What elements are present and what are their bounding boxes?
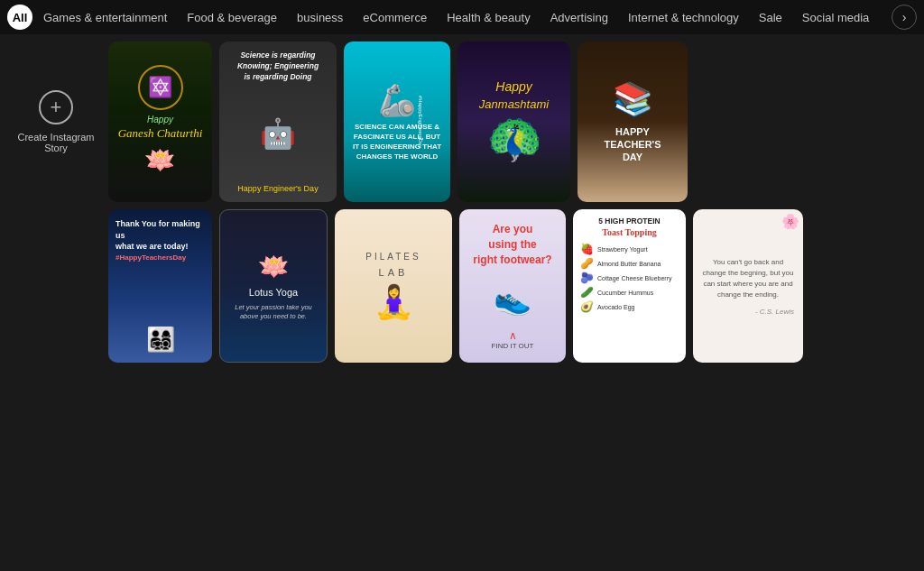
peacock-feather-icon: 🦚 xyxy=(486,113,542,165)
nav-item-advertising[interactable]: Advertising xyxy=(541,5,617,30)
quote-text: You can't go back and change the begning… xyxy=(702,257,794,300)
yoga-tagline: Let your passion take you above you need… xyxy=(231,303,316,321)
card-footwear[interactable]: Are you using the right footwear? 👟 ∧ FI… xyxy=(459,209,566,363)
food-items-list: 🍓 Strawberry Yogurt 🥜 Almond Butter Bana… xyxy=(580,243,679,313)
engineer-quote: Science is regarding Knowing; Engineerin… xyxy=(237,51,319,83)
flower-decoration-icon: 🌸 xyxy=(781,213,799,230)
row-2: Thank You for making us what we are toda… xyxy=(11,209,913,363)
footwear-arrow: ∧ xyxy=(509,329,517,342)
engineer-label: Happy Engineer's Day xyxy=(237,184,318,193)
yoga-name: Lotus Yoga xyxy=(249,287,298,298)
nav-item-ecommerce[interactable]: eCommerce xyxy=(354,5,436,30)
pilates-name: PILATES xyxy=(365,252,420,262)
create-plus-icon[interactable]: + xyxy=(39,90,73,124)
card-lotus-yoga[interactable]: 🪷 Lotus Yoga Let your passion take you a… xyxy=(219,209,328,363)
science-text: SCIENCE CAN AMUSE & FASCINATE US ALL, BU… xyxy=(351,122,443,162)
navbar: All Games & entertainment Food & beverag… xyxy=(0,0,924,34)
nav-item-sale[interactable]: Sale xyxy=(750,5,791,30)
cucumber-icon: 🥒 xyxy=(580,286,594,299)
lotus-icon: 🪷 xyxy=(258,252,290,281)
row-1: + Create Instagram Story 🔯 Happy Ganesh … xyxy=(11,41,913,202)
teacher-text: HAPPY TEACHER'S DAY xyxy=(604,125,661,164)
card-janmashtami[interactable]: Happy Janmashtami 🦚 xyxy=(457,41,570,202)
nav-item-health[interactable]: Health & beauty xyxy=(438,5,540,30)
strawberry-icon: 🍓 xyxy=(580,243,594,255)
food-row-4: 🥒 Cucumber Hummus xyxy=(580,286,679,299)
footwear-cta[interactable]: FIND IT OUT xyxy=(492,342,534,350)
food-name-2: Almond Butter Banana xyxy=(597,261,661,267)
blueberry-icon: 🫐 xyxy=(580,272,594,284)
food-row-3: 🫐 Cottage Cheese Blueberry xyxy=(580,272,679,284)
food-name-4: Cucumber Hummus xyxy=(597,290,653,296)
ganesh-title: Happy Ganesh Chaturthi xyxy=(118,114,203,142)
create-card[interactable]: + Create Instagram Story xyxy=(11,41,101,202)
people-icon: 👨‍👩‍👧‍👦 xyxy=(146,326,175,354)
science-hashtag: #HappyEngineersDay xyxy=(418,96,423,148)
nav-item-business[interactable]: business xyxy=(288,5,352,30)
card-protein-toast[interactable]: 5 HIGH PROTEIN Toast Topping 🍓 Strawberr… xyxy=(573,209,686,363)
main-content: + Create Instagram Story 🔯 Happy Ganesh … xyxy=(0,34,924,370)
nav-item-internet[interactable]: Internet & technology xyxy=(619,5,748,30)
nav-item-all[interactable]: All xyxy=(7,5,32,30)
food-name-1: Strawberry Yogurt xyxy=(597,246,648,253)
create-label: Create Instagram Story xyxy=(11,132,101,153)
food-row-5: 🥑 Avocado Egg xyxy=(580,300,679,313)
card-teacher-book[interactable]: 📚 HAPPY TEACHER'S DAY xyxy=(578,41,688,202)
robot-icon: 🤖 xyxy=(260,116,296,151)
nav-item-food[interactable]: Food & beverage xyxy=(178,5,286,30)
nav-next-arrow[interactable]: › xyxy=(892,5,917,30)
card-ganesh[interactable]: 🔯 Happy Ganesh Chaturthi 🪷 xyxy=(108,41,212,202)
nav-item-social[interactable]: Social media xyxy=(793,5,878,30)
book-icon: 📚 xyxy=(613,80,653,118)
food-name-3: Cottage Cheese Blueberry xyxy=(597,275,672,281)
avocado-icon: 🥑 xyxy=(580,300,594,313)
hashtag-label: #HappyTeachersDay xyxy=(116,253,205,262)
nav-item-games[interactable]: Games & entertainment xyxy=(34,5,176,30)
shoe-icon: 👟 xyxy=(494,281,531,317)
thank-teacher-text: Thank You for making us what we are toda… xyxy=(116,218,205,262)
food-name-5: Avocado Egg xyxy=(597,304,635,310)
card-thank-teacher[interactable]: Thank You for making us what we are toda… xyxy=(108,209,212,363)
almond-icon: 🥜 xyxy=(580,257,594,270)
card-quote[interactable]: 🌸 You can't go back and change the begni… xyxy=(693,209,803,363)
food-row-1: 🍓 Strawberry Yogurt xyxy=(580,243,679,255)
card-science[interactable]: 🦾 SCIENCE CAN AMUSE & FASCINATE US ALL, … xyxy=(344,41,450,202)
card-engineer[interactable]: Science is regarding Knowing; Engineerin… xyxy=(219,41,337,202)
food-row-2: 🥜 Almond Butter Banana xyxy=(580,257,679,270)
janmashtami-text: Happy Janmashtami xyxy=(479,78,549,113)
protein-title: 5 HIGH PROTEIN Toast Topping xyxy=(580,216,679,238)
dancer-icon: 🧘‍♀️ xyxy=(374,283,414,321)
mandala-icon: 🔯 xyxy=(138,65,183,110)
footwear-question: Are you using the right footwear? xyxy=(473,222,551,267)
ganesh-idol-icon: 🪷 xyxy=(144,145,176,175)
card-pilates-lab[interactable]: PILATES LAB 🧘‍♀️ xyxy=(335,209,452,363)
pilates-sub: LAB xyxy=(379,267,409,278)
robot-hand-icon: 🦾 xyxy=(378,82,416,118)
quote-author: - C.S. Lewis xyxy=(702,308,794,316)
